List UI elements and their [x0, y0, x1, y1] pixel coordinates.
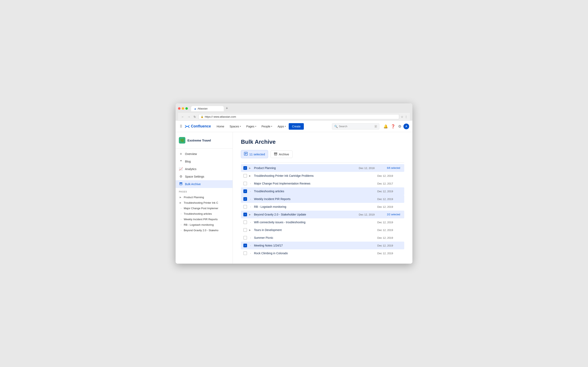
add-tab-button[interactable]: + [224, 105, 230, 111]
page-label: Beyond Gravity 2.0 - Stakeh‌o [184, 229, 218, 232]
expand-row-icon[interactable]: ▶ [249, 175, 252, 177]
row-name[interactable]: Troubleshooting articles [254, 190, 375, 193]
sidebar-item-overview-label: Overview [185, 152, 197, 156]
sidebar-page-beyond-gravity[interactable]: • Beyond Gravity 2.0 - Stakeh‌o [179, 227, 229, 233]
tab-title: Atlassian [198, 107, 208, 110]
table-row[interactable]: ✓▶Product PlanningDec 12, 20186/6 select… [241, 164, 404, 172]
address-bar[interactable]: 🔒 https:// www.atlassian.com [199, 114, 399, 119]
nav-apps[interactable]: Apps ▾ [275, 123, 288, 130]
maximize-window-button[interactable] [185, 107, 188, 110]
table-row[interactable]: •Wifi connectivity issues - troubleshoot… [241, 218, 404, 226]
sidebar-item-blog-label: Blog [185, 160, 191, 163]
page-label: Major Change Post Implemer [184, 207, 218, 210]
blog-icon: ❝ [179, 159, 183, 163]
row-selection-badge: 6/6 selected [385, 166, 402, 170]
row-checkbox[interactable] [243, 174, 247, 178]
table-row[interactable]: ✓•Weekly Incident PIR ReportsDec 12, 201… [241, 195, 404, 203]
row-name[interactable]: Troubleshooting Printer Ink Cartridge Pr… [254, 174, 375, 177]
expand-row-icon[interactable]: ▶ [249, 213, 252, 216]
sidebar-page-weekly-incident[interactable]: • Weekly Incident PIR Reports [179, 217, 229, 222]
row-date: Dec 12, 2019 [377, 190, 402, 193]
row-checkbox[interactable] [243, 182, 247, 185]
user-avatar[interactable]: A [403, 124, 409, 129]
nav-spaces[interactable]: Spaces ▾ [227, 123, 243, 130]
sidebar-item-bulk-archive[interactable]: Bulk Archive [176, 180, 233, 188]
settings-button[interactable]: ⚙ [397, 123, 402, 129]
row-name[interactable]: Meeting Notes 1/24/17 [254, 244, 375, 247]
create-button[interactable]: Create [289, 123, 304, 130]
sidebar-item-overview[interactable]: ≡ Overview [176, 150, 233, 158]
table-row[interactable]: ▶Tours in DevelopmentDec 12, 2019 [241, 226, 404, 234]
row-checkbox[interactable]: ✓ [243, 213, 247, 216]
back-button[interactable]: ← [181, 115, 185, 119]
nav-people[interactable]: People ▾ [259, 123, 275, 130]
table-row[interactable]: •RB - Logstash monitoringDec 12, 2019 [241, 203, 404, 211]
help-button[interactable]: ❓ [390, 123, 396, 129]
row-checkbox[interactable]: ✓ [243, 197, 247, 201]
row-checkbox[interactable]: ✓ [243, 244, 247, 247]
row-name[interactable]: Product Planning [254, 166, 357, 170]
row-checkbox[interactable] [243, 251, 247, 255]
forward-button[interactable]: → [187, 115, 191, 119]
expand-icon: ▶ [180, 201, 182, 204]
row-name[interactable]: Weekly Incident PIR Reports [254, 197, 375, 201]
more-options-button[interactable]: ⋮ [405, 115, 407, 118]
table-row[interactable]: •Major Change Post Implementation Review… [241, 180, 404, 187]
table-row[interactable]: •Summer PicnicDec 12, 2019 [241, 234, 404, 242]
content-area: 🌿 Exxtreme Travel ≡ Overview ❝ Blog 📈 An… [176, 132, 412, 264]
row-name[interactable]: Rock Climbing in Colorado [254, 252, 375, 255]
apps-grid-button[interactable]: ⠿ [179, 123, 183, 129]
row-name[interactable]: Beyond Gravity 2.0 - Stakeholder Update [254, 213, 357, 216]
row-dot-icon: • [249, 183, 252, 184]
notifications-button[interactable]: 🔔 [383, 123, 389, 129]
sidebar-item-analytics-label: Analytics [185, 167, 196, 171]
sidebar-page-troubleshooting-articles[interactable]: • Troubleshooting articles [179, 211, 229, 217]
nav-home[interactable]: Home [214, 123, 227, 130]
row-checkbox[interactable]: ✓ [243, 166, 247, 170]
row-name[interactable]: Summer Picnic [254, 236, 375, 239]
active-tab[interactable]: ▲ Atlassian [191, 106, 224, 111]
sidebar-item-space-settings[interactable]: ⚙ Space Settings [176, 173, 233, 180]
table-row[interactable]: ✓▶Beyond Gravity 2.0 - Stakeholder Updat… [241, 211, 404, 218]
row-checkbox[interactable] [243, 220, 247, 224]
row-name[interactable]: RB - Logstash monitoring [254, 205, 375, 208]
minimize-window-button[interactable] [182, 107, 184, 110]
row-name[interactable]: Tours in Development [254, 228, 375, 232]
search-input[interactable] [339, 125, 373, 128]
archive-button[interactable]: Archive [270, 150, 293, 158]
row-checkbox[interactable] [243, 205, 247, 209]
row-name[interactable]: Major Change Post Implementation Reviews [254, 182, 375, 185]
confluence-logo[interactable]: Confluence [185, 124, 211, 129]
reload-button[interactable]: ↻ [193, 115, 197, 119]
table-row[interactable]: ✓•Troubleshooting articlesDec 12, 2019 [241, 187, 404, 195]
top-nav-icons: 🔔 ❓ ⚙ A [383, 123, 409, 129]
row-checkbox[interactable] [243, 228, 247, 232]
row-date: Dec 12, 2019 [377, 244, 402, 247]
dot-icon: • [180, 224, 182, 226]
nav-pages[interactable]: Pages ▾ [244, 123, 259, 130]
bulk-actions-bar: 11 selected Archive [241, 150, 404, 158]
space-settings-icon: ⚙ [179, 175, 183, 178]
table-row[interactable]: ▶Troubleshooting Printer Ink Cartridge P… [241, 172, 404, 180]
sidebar-page-major-change[interactable]: • Major Change Post Implemer [179, 206, 229, 211]
sidebar-page-troubleshooting-printer[interactable]: ▶ Troubleshooting Printer Ink C [179, 200, 229, 206]
expand-row-icon[interactable]: ▶ [249, 229, 252, 231]
browser-tabs: ▲ Atlassian + [191, 105, 230, 111]
sidebar-page-product-planning[interactable]: ▶ Product Planning [179, 194, 229, 200]
close-window-button[interactable] [178, 107, 181, 110]
row-checkbox[interactable]: ✓ [243, 189, 247, 193]
page-title: Bulk Archive [241, 139, 404, 145]
bookmark-button[interactable]: ☆ [401, 115, 403, 118]
row-name[interactable]: Wifi connectivity issues - troubleshooti… [254, 221, 375, 224]
page-label: Troubleshooting articles [184, 212, 212, 215]
row-checkbox[interactable] [243, 236, 247, 240]
row-dot-icon: • [249, 245, 252, 247]
table-row[interactable]: •Rock Climbing in ColoradoDec 12, 2019 [241, 249, 404, 257]
sidebar-item-analytics[interactable]: 📈 Analytics [176, 165, 233, 173]
expand-row-icon[interactable]: ▶ [249, 167, 252, 169]
table-row[interactable]: ✓•Meeting Notes 1/24/17Dec 12, 2019 [241, 242, 404, 249]
sidebar-item-blog[interactable]: ❝ Blog [176, 158, 233, 165]
sidebar-page-rb-logstash[interactable]: • RB - Logstash monitoring [179, 222, 229, 227]
search-bar[interactable]: 🔍 / [332, 123, 379, 129]
selected-pages-icon [244, 152, 248, 156]
